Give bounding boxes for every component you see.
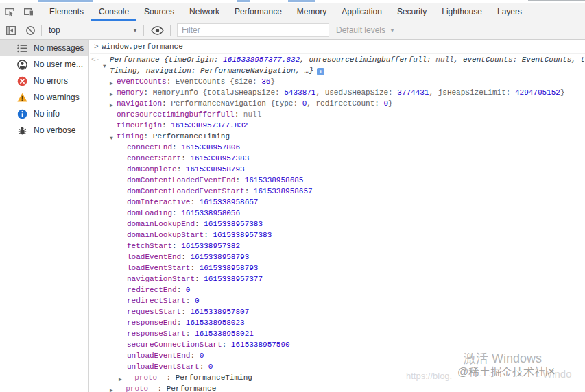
tab-layers[interactable]: Layers xyxy=(490,3,529,21)
console-prop-row: domContentLoadedEventStart: 161533895865… xyxy=(90,186,585,197)
property-name: redirectStart xyxy=(127,297,186,305)
javascript-context-selector[interactable]: top ▼ xyxy=(47,21,142,39)
clear-console-button[interactable] xyxy=(21,21,40,39)
console-prop-row: timeOrigin: 1615338957377.832 xyxy=(90,120,585,131)
property-name: timing xyxy=(117,132,144,140)
console-text: , usedJSHeapSize: xyxy=(315,88,397,97)
console-text: 1615338958657 xyxy=(254,187,313,195)
toggle-sidebar-button[interactable] xyxy=(1,21,21,39)
info-icon[interactable]: i xyxy=(317,68,324,75)
clipped-link-fragment xyxy=(288,0,315,2)
sidebar-item-warnings[interactable]: No warnings xyxy=(0,89,88,106)
inspect-element-button[interactable] xyxy=(0,3,19,21)
console-text: 1615338958056 xyxy=(181,209,240,217)
console-text: , onresourcetimingbufferfull: xyxy=(300,56,435,64)
console-text: : xyxy=(144,88,153,97)
console-text: : xyxy=(245,187,254,195)
create-live-expression-button[interactable] xyxy=(145,21,169,39)
console-text: 3774431 xyxy=(397,88,429,97)
disclosure-triangle-expanded[interactable]: ▼ xyxy=(103,61,106,72)
disclosure-triangle-collapsed[interactable]: ▶ xyxy=(110,78,113,87)
chevron-down-icon: ▼ xyxy=(132,27,142,34)
console-text: 0 xyxy=(195,297,200,305)
console-text: : xyxy=(167,77,176,86)
disclosure-triangle-expanded[interactable]: ▼ xyxy=(110,133,113,142)
console-text: : xyxy=(235,176,244,184)
tab-sources[interactable]: Sources xyxy=(136,3,182,21)
console-text: 1615338958685 xyxy=(245,176,304,184)
console-text: 0 xyxy=(186,286,191,294)
tab-security[interactable]: Security xyxy=(390,3,434,21)
property-name: navigation xyxy=(117,99,162,108)
console-prop-row: responseStart: 1615338958021 xyxy=(90,328,585,339)
sidebar-item-label: No verbose xyxy=(34,125,75,135)
property-name: unloadEventEnd xyxy=(127,352,190,360)
property-name: connectStart xyxy=(127,154,181,162)
log-levels-label: Default levels xyxy=(336,25,385,35)
console-text: : xyxy=(186,297,195,305)
console-text: : xyxy=(166,373,175,382)
disclosure-triangle-collapsed[interactable]: ▶ xyxy=(110,100,113,109)
console-text: 5433871 xyxy=(284,88,315,97)
property-name: loadEventEnd xyxy=(127,253,181,261)
tab-lighthouse[interactable]: Lighthouse xyxy=(434,3,490,21)
tab-elements[interactable]: Elements xyxy=(42,3,91,21)
clear-console-icon xyxy=(25,25,36,36)
filter-input[interactable] xyxy=(177,23,329,37)
sidebar-item-user-messages[interactable]: No user me... xyxy=(0,56,88,73)
property-name: loadEventStart xyxy=(127,264,190,272)
console-toolbar: top ▼ Default levels ▼ xyxy=(0,21,585,40)
console-text: } xyxy=(388,99,393,108)
disclosure-triangle-collapsed[interactable]: ▶ xyxy=(119,374,122,383)
console-text: : xyxy=(177,286,186,294)
sidebar-item-errors[interactable]: No errors xyxy=(0,73,88,89)
console-prop-row: ▼timing: PerformanceTiming xyxy=(90,131,585,142)
console-text: : xyxy=(162,121,171,130)
console-prop-row: navigationStart: 1615338957377 xyxy=(90,273,585,284)
console-prop-row: connectStart: 1615338957383 xyxy=(90,153,585,164)
sidebar-item-info[interactable]: No info xyxy=(0,106,88,122)
console-text: : xyxy=(177,165,186,173)
property-name: domComplete xyxy=(127,165,177,173)
object-preview-line: Performance {timeOrigin: 1615338957377.8… xyxy=(110,54,585,65)
device-toolbar-button[interactable] xyxy=(19,3,38,21)
console-text: : xyxy=(190,352,199,360)
console-prop-row: ▶__proto__: PerformanceTiming xyxy=(90,372,585,383)
tab-performance[interactable]: Performance xyxy=(227,3,289,21)
sidebar-item-messages[interactable]: No messages xyxy=(0,40,88,56)
property-name: redirectEnd xyxy=(127,286,177,294)
console-prop-row: domLoading: 1615338958056 xyxy=(90,208,585,219)
sidebar-item-verbose[interactable]: No verbose xyxy=(0,122,88,138)
console-prop-row: onresourcetimingbufferfull: null xyxy=(90,109,585,120)
list-icon xyxy=(17,43,27,53)
property-name: __proto__ xyxy=(117,384,157,392)
console-text: 36 xyxy=(261,77,270,86)
disclosure-triangle-collapsed[interactable]: ▶ xyxy=(110,385,113,392)
console-prop-row: responseEnd: 1615338958023 xyxy=(90,317,585,328)
console-text: window.performance xyxy=(102,42,183,51)
console-text: null xyxy=(435,56,453,64)
tab-memory[interactable]: Memory xyxy=(289,3,334,21)
console-text: 1615338958023 xyxy=(186,319,245,327)
console-text: : xyxy=(181,253,190,261)
log-levels-dropdown[interactable]: Default levels ▼ xyxy=(336,25,399,35)
property-name: domContentLoadedEventEnd xyxy=(127,176,235,184)
console-text: : xyxy=(190,198,199,206)
console-text: Performance xyxy=(167,384,217,392)
console-text: , jsHeapSizeLimit: xyxy=(429,88,515,97)
toolbar-divider xyxy=(41,25,42,36)
tab-console[interactable]: Console xyxy=(91,3,136,21)
tab-application[interactable]: Application xyxy=(334,3,390,21)
console-prop-row: ▶memory: MemoryInfo {totalJSHeapSize: 54… xyxy=(90,87,585,98)
property-name: onresourcetimingbufferfull xyxy=(117,110,235,119)
console-text: : xyxy=(172,143,181,151)
disclosure-triangle-collapsed[interactable]: ▶ xyxy=(110,89,113,98)
console-input-chevron-icon: > xyxy=(94,42,99,52)
user-icon xyxy=(17,60,27,70)
console-text: 0 xyxy=(208,363,213,371)
console-text: null xyxy=(243,110,261,119)
property-name: navigationStart xyxy=(127,275,195,283)
console-prop-row: connectEnd: 1615338957806 xyxy=(90,142,585,153)
tab-network[interactable]: Network xyxy=(182,3,227,21)
console-text: 0 xyxy=(200,352,204,360)
